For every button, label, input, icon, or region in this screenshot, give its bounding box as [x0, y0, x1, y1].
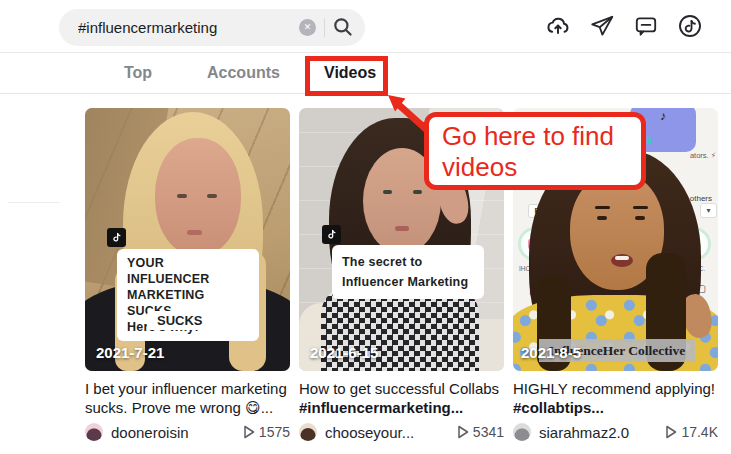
person-eye	[597, 216, 607, 220]
clear-search-icon[interactable]: ✕	[299, 19, 316, 36]
header-actions	[543, 11, 705, 41]
play-icon	[243, 425, 255, 439]
username[interactable]: dooneroisin	[111, 424, 189, 441]
ig-dropdown-button: ▾	[700, 203, 717, 218]
person-lips	[395, 226, 409, 231]
overlay-line: The secret to	[342, 252, 474, 272]
view-count: 5341	[457, 424, 504, 440]
annotation-text-line1: Go here to find	[442, 121, 641, 152]
video-caption-1[interactable]: I bet your influencer marketing sucks. P…	[85, 380, 290, 417]
stray-divider	[8, 202, 60, 203]
overlay-line: Influencer Marketing	[342, 272, 474, 292]
search-divider	[324, 18, 325, 37]
tiktok-watermark-icon	[322, 225, 341, 244]
person-face	[155, 138, 241, 256]
tiktok-note-icon: ♪	[660, 109, 666, 123]
caption-line: HIGHLY recommend applying!	[513, 380, 718, 399]
person-lips	[187, 230, 202, 235]
person-eye	[177, 194, 187, 198]
search-input[interactable]	[78, 9, 278, 46]
person-brow	[595, 206, 610, 209]
caption-hashtag: #influencermarketing...	[299, 399, 504, 418]
caption-line: I bet your influencer marketing	[85, 380, 290, 399]
video-meta-1: dooneroisin 1575	[85, 423, 290, 441]
person-brow	[633, 206, 648, 209]
ig-bio-text: ators. ⚡	[690, 151, 716, 160]
view-count: 1575	[243, 424, 290, 440]
video-date: 2021-6-15	[310, 344, 378, 361]
video-caption-2[interactable]: How to get successful Collabs #influence…	[299, 380, 504, 417]
video-text-badge: SUCKS	[147, 311, 213, 330]
view-count-value: 5341	[473, 424, 504, 440]
tiktok-coin-icon[interactable]	[675, 11, 705, 41]
avatar[interactable]	[513, 423, 531, 441]
person-eye	[207, 194, 217, 198]
username[interactable]: siarahmaz2.0	[539, 424, 629, 441]
search-icon[interactable]	[328, 13, 358, 43]
view-count-value: 17.4K	[681, 424, 718, 440]
annotation-highlight-box	[305, 56, 388, 96]
person-teeth	[615, 256, 629, 260]
view-count-value: 1575	[259, 424, 290, 440]
view-count: 17.4K	[665, 424, 718, 440]
video-date: 2021-7-21	[96, 344, 164, 361]
username[interactable]: chooseyour...	[325, 424, 414, 441]
share-icon[interactable]	[587, 11, 617, 41]
video-thumbnail-1[interactable]: YOUR INFLUENCER MARKETING SUCKS. Here's …	[85, 108, 290, 371]
video-text-overlay: The secret to Influencer Marketing	[332, 245, 484, 299]
video-meta-2: chooseyour... 5341	[299, 423, 504, 441]
ig-bio-text: others	[690, 194, 712, 203]
person-eye	[413, 190, 422, 194]
annotation-callout: Go here to find videos	[424, 112, 646, 190]
play-icon	[457, 425, 469, 439]
caption-hashtag: #collabtips...	[513, 399, 718, 418]
inbox-icon[interactable]	[631, 11, 661, 41]
search-bar[interactable]: ✕	[59, 9, 365, 46]
avatar[interactable]	[85, 423, 103, 441]
annotation-text-line2: videos	[442, 152, 641, 183]
caption-line: sucks. Prove me wrong 😋...	[85, 399, 290, 418]
video-card-1: YOUR INFLUENCER MARKETING SUCKS. Here's …	[85, 108, 290, 441]
video-date: 2021-8-5	[521, 344, 581, 361]
video-meta-3: siarahmaz2.0 17.4K	[513, 423, 718, 441]
tiktok-search-page: ✕	[0, 0, 731, 454]
video-caption-3[interactable]: HIGHLY recommend applying! #collabtips..…	[513, 380, 718, 417]
overlay-line: YOUR INFLUENCER	[127, 255, 249, 287]
header: ✕	[0, 0, 731, 52]
caption-line: How to get successful Collabs	[299, 380, 504, 399]
tiktok-watermark-icon	[107, 228, 126, 247]
tab-top[interactable]: Top	[124, 64, 152, 82]
person-eye	[635, 216, 645, 220]
play-icon	[665, 425, 677, 439]
tab-accounts[interactable]: Accounts	[207, 64, 280, 82]
person-eye	[383, 190, 392, 194]
upload-icon[interactable]	[543, 11, 573, 41]
avatar[interactable]	[299, 423, 317, 441]
